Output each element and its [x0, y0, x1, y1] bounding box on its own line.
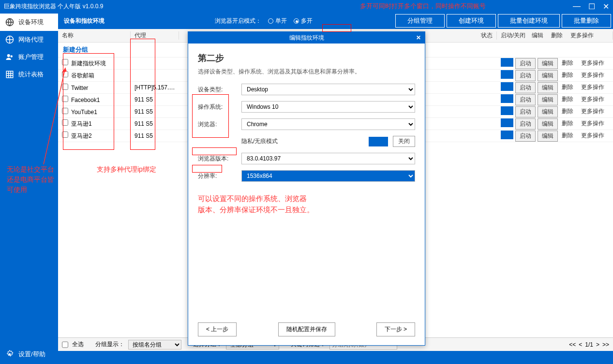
select-all-label: 全选	[72, 340, 84, 349]
edit-button[interactable]: 编辑	[538, 58, 558, 69]
more-button[interactable]: 更多操作	[577, 82, 608, 93]
col-edit: 编辑	[532, 31, 551, 40]
start-button[interactable]: 启动	[515, 58, 536, 69]
delete-button[interactable]: 删除	[558, 131, 577, 142]
dialog-subtitle: 选择设备类型、操作系统、浏览器及其版本信息和屏幕分辨率。	[198, 68, 415, 76]
browser-select[interactable]: Chrome	[241, 118, 415, 130]
start-button[interactable]: 启动	[515, 82, 536, 93]
os-select[interactable]: Windows 10	[241, 101, 415, 113]
edit-button[interactable]: 编辑	[538, 118, 558, 130]
sidebar-item-label: 账户管理	[18, 53, 44, 61]
row-checkbox[interactable]	[62, 131, 68, 138]
device-type-label: 设备类型:	[198, 86, 241, 94]
more-button[interactable]: 更多操作	[577, 118, 608, 130]
row-name: 亚马逊1	[71, 120, 92, 127]
toolbar-btn-3[interactable]: 批量删除	[562, 14, 611, 28]
next-button[interactable]: 下一步 >	[376, 322, 415, 336]
sidebar-item-label: 网络代理	[18, 35, 44, 44]
group-display-select[interactable]: 按组名分组	[128, 340, 181, 349]
col-delete: 删除	[551, 31, 570, 40]
edit-button[interactable]: 编辑	[538, 131, 558, 142]
col-more: 更多操作	[570, 31, 594, 40]
delete-button[interactable]: 删除	[558, 58, 577, 69]
row-checkbox[interactable]	[62, 96, 68, 102]
delete-button[interactable]: 删除	[558, 94, 577, 105]
row-status-indicator	[501, 118, 513, 127]
row-checkbox[interactable]	[62, 59, 68, 65]
incognito-toggle[interactable]: 关闭	[369, 136, 415, 147]
sidebar-item-stats-table[interactable]: 统计表格	[0, 66, 58, 83]
more-button[interactable]: 更多操作	[577, 106, 608, 117]
resolution-label: 分辨率:	[198, 172, 241, 180]
random-save-button[interactable]: 随机配置并保存	[278, 322, 335, 336]
start-button[interactable]: 启动	[515, 118, 536, 130]
prev-button[interactable]: < 上一步	[198, 322, 237, 336]
start-button[interactable]: 启动	[515, 106, 536, 117]
edit-button[interactable]: 编辑	[538, 106, 558, 117]
delete-button[interactable]: 删除	[558, 118, 577, 130]
start-button[interactable]: 启动	[515, 131, 536, 142]
pager-prev[interactable]: <	[579, 341, 582, 348]
svg-point-2	[7, 54, 10, 57]
device-type-select[interactable]: Desktop	[241, 84, 415, 95]
row-proxy: [HTTP]5.157.25.100	[131, 84, 179, 91]
delete-button[interactable]: 删除	[558, 70, 577, 81]
start-button[interactable]: 启动	[515, 70, 536, 81]
delete-button[interactable]: 删除	[558, 106, 577, 117]
row-status-indicator	[501, 94, 513, 103]
row-status-indicator	[501, 58, 513, 67]
row-checkbox[interactable]	[62, 84, 68, 90]
row-status-indicator	[501, 70, 513, 79]
row-proxy: 911 S5	[131, 108, 179, 115]
close-icon[interactable]: ✕	[603, 2, 609, 11]
radio-single[interactable]: 单开	[268, 17, 287, 25]
delete-button[interactable]: 删除	[558, 82, 577, 93]
row-checkbox[interactable]	[62, 119, 68, 126]
row-name: YouTube1	[71, 109, 97, 116]
dialog-close-icon[interactable]: ✕	[416, 34, 421, 41]
pager-first[interactable]: <<	[569, 341, 576, 348]
dialog-title: 编辑指纹环境	[289, 34, 324, 42]
toolbar-btn-2[interactable]: 批量创建环境	[498, 14, 560, 28]
row-name: Twitter	[71, 85, 88, 91]
start-button[interactable]: 启动	[515, 94, 536, 105]
toolbar-btn-1[interactable]: 创建环境	[447, 14, 496, 28]
svg-rect-4	[6, 71, 13, 78]
open-mode-label: 浏览器开启模式：	[215, 17, 261, 25]
network-icon	[5, 35, 15, 44]
edit-button[interactable]: 编辑	[538, 70, 558, 81]
row-proxy: 911 S5	[131, 120, 179, 127]
more-button[interactable]: 更多操作	[577, 131, 608, 142]
toolbar-btn-0[interactable]: 分组管理	[395, 14, 445, 28]
row-checkbox[interactable]	[62, 71, 68, 77]
more-button[interactable]: 更多操作	[577, 70, 608, 81]
sidebar-footer-settings[interactable]: 设置/帮助	[0, 347, 58, 362]
row-name: Facebook1	[71, 97, 100, 103]
sidebar-item-account-mgmt[interactable]: 账户管理	[0, 48, 58, 66]
pager-info: 1/1	[585, 341, 593, 348]
globe-icon	[5, 17, 15, 27]
resolution-select[interactable]: 1536x864	[241, 170, 415, 182]
radio-multi[interactable]: 多开	[294, 17, 313, 25]
row-proxy: 911 S5	[131, 132, 179, 139]
row-name: 谷歌邮箱	[71, 72, 94, 79]
edit-env-dialog: 编辑指纹环境 ✕ 第二步 选择设备类型、操作系统、浏览器及其版本信息和屏幕分辨率…	[188, 31, 425, 346]
pager-next[interactable]: >	[596, 341, 599, 348]
edit-button[interactable]: 编辑	[538, 94, 558, 105]
toolbar-label: 设备和指纹环境	[60, 17, 132, 25]
row-proxy: 911 S5	[131, 96, 179, 103]
edit-button[interactable]: 编辑	[538, 82, 558, 93]
select-all-checkbox[interactable]	[62, 340, 68, 349]
sidebar-item-label: 设备环境	[18, 18, 44, 27]
app-title: 巨象跨境指纹浏览器 个人年版 v1.0.0.9	[4, 2, 360, 11]
pager-last[interactable]: >>	[602, 341, 609, 348]
minimize-icon[interactable]: —	[573, 2, 581, 11]
sidebar-item-device-env[interactable]: 设备环境	[0, 14, 58, 31]
browser-version-select[interactable]: 83.0.4103.97	[241, 153, 415, 164]
more-button[interactable]: 更多操作	[577, 58, 608, 69]
row-checkbox[interactable]	[62, 108, 68, 114]
sidebar-item-network-proxy[interactable]: 网络代理	[0, 31, 58, 48]
more-button[interactable]: 更多操作	[577, 94, 608, 105]
annotation-top: 多开可同时打开多个窗口，同时操作不同账号	[360, 2, 486, 11]
maximize-icon[interactable]: ☐	[588, 2, 595, 11]
